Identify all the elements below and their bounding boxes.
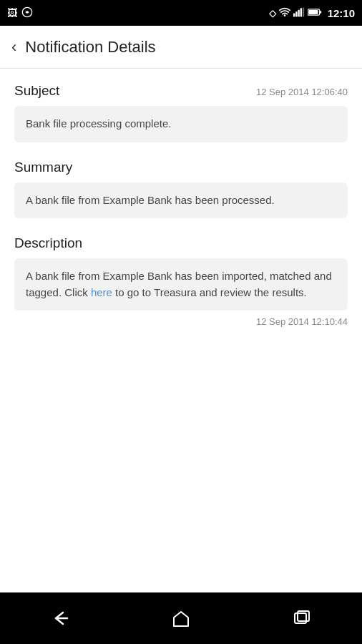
svg-rect-2 (293, 13, 295, 16)
subject-section: Subject 12 Sep 2014 12:06:40 Bank file p… (14, 83, 348, 142)
wifi-icon (279, 7, 290, 19)
status-bar-left: 🖼 (7, 6, 33, 20)
page-title: Notification Details (25, 38, 155, 57)
battery-icon (308, 7, 322, 19)
content-area: Subject 12 Sep 2014 12:06:40 Bank file p… (0, 69, 362, 592)
gallery-icon: 🖼 (7, 7, 17, 19)
svg-rect-9 (308, 10, 318, 14)
status-bar-right: ◇ 12:10 (269, 7, 355, 19)
summary-value: A bank file from Example Bank has been p… (14, 182, 348, 219)
description-timestamp: 12 Sep 2014 12:10:44 (14, 316, 348, 327)
summary-header: Summary (14, 160, 348, 175)
nav-home-button[interactable] (163, 604, 199, 633)
signal-icon (293, 7, 305, 19)
description-value: A bank file from Example Bank has been i… (14, 258, 348, 311)
status-bar: 🖼 ◇ 12:10 (0, 0, 362, 26)
subject-header: Subject 12 Sep 2014 12:06:40 (14, 83, 348, 99)
diamond-icon: ◇ (269, 8, 276, 19)
description-link[interactable]: here (91, 286, 112, 298)
description-text-after: to go to Treasura and review the results… (112, 286, 307, 298)
nav-back-button[interactable] (42, 604, 78, 633)
subject-label: Subject (14, 83, 59, 99)
description-header: Description (14, 235, 348, 251)
nav-recents-button[interactable] (284, 604, 320, 633)
svg-rect-5 (300, 8, 301, 16)
summary-section: Summary A bank file from Example Bank ha… (14, 160, 348, 219)
subject-timestamp: 12 Sep 2014 12:06:40 (256, 87, 348, 97)
svg-rect-6 (302, 7, 303, 16)
svg-rect-4 (298, 9, 299, 16)
svg-rect-8 (319, 11, 321, 13)
svg-point-1 (283, 14, 285, 16)
svg-rect-3 (295, 11, 297, 16)
description-section: Description A bank file from Example Ban… (14, 235, 348, 327)
description-label: Description (14, 235, 82, 251)
whatsapp-icon (21, 6, 33, 20)
status-time: 12:10 (328, 7, 355, 19)
nav-bar (0, 592, 362, 644)
subject-value: Bank file processing complete. (14, 106, 348, 142)
back-button[interactable]: ‹ (11, 38, 16, 57)
app-bar: ‹ Notification Details (0, 26, 362, 69)
summary-label: Summary (14, 160, 72, 175)
